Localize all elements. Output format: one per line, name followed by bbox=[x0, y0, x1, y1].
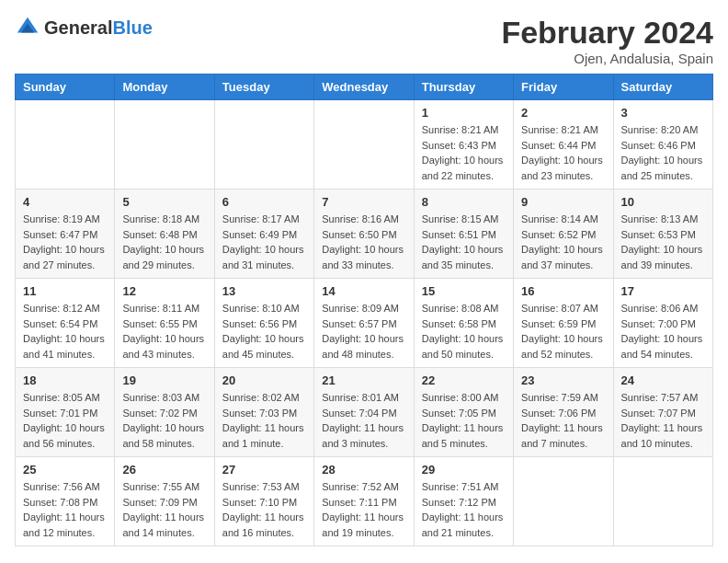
calendar-cell: 20Sunrise: 8:02 AMSunset: 7:03 PMDayligh… bbox=[214, 368, 313, 457]
day-number: 9 bbox=[521, 195, 605, 209]
day-info: Sunrise: 8:13 AMSunset: 6:53 PMDaylight:… bbox=[621, 212, 705, 272]
logo-general: General bbox=[44, 17, 112, 38]
calendar-cell bbox=[514, 457, 613, 546]
logo-text: GeneralBlue bbox=[44, 17, 153, 39]
calendar-week-row: 11Sunrise: 8:12 AMSunset: 6:54 PMDayligh… bbox=[16, 279, 713, 368]
day-number: 21 bbox=[322, 373, 405, 387]
day-number: 18 bbox=[23, 373, 107, 387]
calendar-table: SundayMondayTuesdayWednesdayThursdayFrid… bbox=[15, 74, 713, 546]
day-info: Sunrise: 8:21 AMSunset: 6:43 PMDaylight:… bbox=[422, 122, 506, 183]
day-info: Sunrise: 8:15 AMSunset: 6:51 PMDaylight:… bbox=[422, 212, 506, 272]
day-info: Sunrise: 8:16 AMSunset: 6:50 PMDaylight:… bbox=[322, 212, 405, 272]
day-number: 27 bbox=[222, 463, 306, 477]
day-info: Sunrise: 8:18 AMSunset: 6:48 PMDaylight:… bbox=[122, 212, 206, 272]
day-info: Sunrise: 8:10 AMSunset: 6:56 PMDaylight:… bbox=[222, 301, 306, 362]
day-info: Sunrise: 8:07 AMSunset: 6:59 PMDaylight:… bbox=[521, 301, 605, 362]
day-number: 4 bbox=[23, 195, 107, 209]
calendar-cell: 4Sunrise: 8:19 AMSunset: 6:47 PMDaylight… bbox=[16, 190, 115, 279]
calendar-cell: 24Sunrise: 7:57 AMSunset: 7:07 PMDayligh… bbox=[613, 368, 712, 457]
day-info: Sunrise: 7:51 AMSunset: 7:12 PMDaylight:… bbox=[422, 479, 506, 540]
day-info: Sunrise: 8:12 AMSunset: 6:54 PMDaylight:… bbox=[23, 301, 107, 362]
day-info: Sunrise: 8:14 AMSunset: 6:52 PMDaylight:… bbox=[521, 212, 605, 272]
day-number: 16 bbox=[521, 284, 605, 298]
calendar-cell: 7Sunrise: 8:16 AMSunset: 6:50 PMDaylight… bbox=[314, 190, 414, 279]
day-info: Sunrise: 8:00 AMSunset: 7:05 PMDaylight:… bbox=[422, 390, 506, 451]
calendar-cell bbox=[115, 100, 214, 190]
calendar-cell: 29Sunrise: 7:51 AMSunset: 7:12 PMDayligh… bbox=[414, 457, 513, 546]
calendar-cell: 19Sunrise: 8:03 AMSunset: 7:02 PMDayligh… bbox=[115, 368, 214, 457]
calendar-cell: 9Sunrise: 8:14 AMSunset: 6:52 PMDaylight… bbox=[514, 190, 613, 279]
day-number: 14 bbox=[322, 284, 405, 298]
day-info: Sunrise: 8:11 AMSunset: 6:55 PMDaylight:… bbox=[122, 301, 206, 362]
calendar-week-row: 4Sunrise: 8:19 AMSunset: 6:47 PMDaylight… bbox=[16, 190, 713, 279]
day-number: 23 bbox=[521, 373, 605, 387]
calendar-cell bbox=[314, 100, 414, 190]
calendar-cell: 21Sunrise: 8:01 AMSunset: 7:04 PMDayligh… bbox=[314, 368, 414, 457]
day-info: Sunrise: 8:03 AMSunset: 7:02 PMDaylight:… bbox=[122, 390, 206, 451]
day-number: 11 bbox=[23, 284, 107, 298]
calendar-week-row: 1Sunrise: 8:21 AMSunset: 6:43 PMDaylight… bbox=[16, 100, 713, 190]
calendar-cell bbox=[16, 100, 115, 190]
calendar-cell: 23Sunrise: 7:59 AMSunset: 7:06 PMDayligh… bbox=[514, 368, 613, 457]
day-number: 6 bbox=[222, 195, 306, 209]
day-info: Sunrise: 7:57 AMSunset: 7:07 PMDaylight:… bbox=[621, 390, 705, 451]
day-number: 7 bbox=[322, 195, 405, 209]
calendar-cell: 10Sunrise: 8:13 AMSunset: 6:53 PMDayligh… bbox=[613, 190, 712, 279]
day-number: 22 bbox=[422, 373, 506, 387]
day-info: Sunrise: 7:53 AMSunset: 7:10 PMDaylight:… bbox=[222, 479, 306, 540]
day-number: 17 bbox=[621, 284, 705, 298]
calendar-cell: 25Sunrise: 7:56 AMSunset: 7:08 PMDayligh… bbox=[16, 457, 115, 546]
title-block: February 2024 Ojen, Andalusia, Spain bbox=[501, 15, 713, 66]
calendar-cell: 13Sunrise: 8:10 AMSunset: 6:56 PMDayligh… bbox=[214, 279, 313, 368]
day-info: Sunrise: 8:01 AMSunset: 7:04 PMDaylight:… bbox=[322, 390, 405, 451]
day-number: 25 bbox=[23, 463, 107, 477]
day-number: 20 bbox=[222, 373, 306, 387]
calendar-header-row: SundayMondayTuesdayWednesdayThursdayFrid… bbox=[16, 75, 713, 100]
column-header-thursday: Thursday bbox=[414, 75, 513, 100]
calendar-cell: 22Sunrise: 8:00 AMSunset: 7:05 PMDayligh… bbox=[414, 368, 513, 457]
day-info: Sunrise: 7:56 AMSunset: 7:08 PMDaylight:… bbox=[23, 479, 107, 540]
calendar-week-row: 18Sunrise: 8:05 AMSunset: 7:01 PMDayligh… bbox=[16, 368, 713, 457]
day-info: Sunrise: 8:08 AMSunset: 6:58 PMDaylight:… bbox=[422, 301, 506, 362]
calendar-cell: 28Sunrise: 7:52 AMSunset: 7:11 PMDayligh… bbox=[314, 457, 414, 546]
day-number: 24 bbox=[621, 373, 705, 387]
calendar-cell bbox=[214, 100, 313, 190]
calendar-week-row: 25Sunrise: 7:56 AMSunset: 7:08 PMDayligh… bbox=[16, 457, 713, 546]
location-subtitle: Ojen, Andalusia, Spain bbox=[501, 51, 713, 66]
column-header-saturday: Saturday bbox=[613, 75, 712, 100]
day-info: Sunrise: 8:02 AMSunset: 7:03 PMDaylight:… bbox=[222, 390, 306, 451]
day-number: 2 bbox=[521, 106, 605, 120]
page-header: GeneralBlue February 2024 Ojen, Andalusi… bbox=[15, 15, 713, 66]
column-header-friday: Friday bbox=[514, 75, 613, 100]
calendar-cell: 8Sunrise: 8:15 AMSunset: 6:51 PMDaylight… bbox=[414, 190, 513, 279]
calendar-cell: 15Sunrise: 8:08 AMSunset: 6:58 PMDayligh… bbox=[414, 279, 513, 368]
day-number: 28 bbox=[322, 463, 405, 477]
calendar-cell: 6Sunrise: 8:17 AMSunset: 6:49 PMDaylight… bbox=[214, 190, 313, 279]
column-header-sunday: Sunday bbox=[16, 75, 115, 100]
column-header-monday: Monday bbox=[115, 75, 214, 100]
month-year-title: February 2024 bbox=[501, 15, 713, 51]
calendar-cell: 3Sunrise: 8:20 AMSunset: 6:46 PMDaylight… bbox=[613, 100, 712, 190]
day-number: 12 bbox=[122, 284, 206, 298]
day-number: 19 bbox=[122, 373, 206, 387]
day-info: Sunrise: 8:21 AMSunset: 6:44 PMDaylight:… bbox=[521, 122, 605, 183]
column-header-wednesday: Wednesday bbox=[314, 75, 414, 100]
day-number: 10 bbox=[621, 195, 705, 209]
day-number: 3 bbox=[621, 106, 705, 120]
day-number: 26 bbox=[122, 463, 206, 477]
day-number: 13 bbox=[222, 284, 306, 298]
day-number: 1 bbox=[422, 106, 506, 120]
day-number: 8 bbox=[422, 195, 506, 209]
day-info: Sunrise: 7:59 AMSunset: 7:06 PMDaylight:… bbox=[521, 390, 605, 451]
day-info: Sunrise: 7:55 AMSunset: 7:09 PMDaylight:… bbox=[122, 479, 206, 540]
calendar-cell: 17Sunrise: 8:06 AMSunset: 7:00 PMDayligh… bbox=[613, 279, 712, 368]
calendar-cell: 27Sunrise: 7:53 AMSunset: 7:10 PMDayligh… bbox=[214, 457, 313, 546]
day-number: 29 bbox=[422, 463, 506, 477]
calendar-cell: 12Sunrise: 8:11 AMSunset: 6:55 PMDayligh… bbox=[115, 279, 214, 368]
calendar-cell bbox=[613, 457, 712, 546]
day-info: Sunrise: 8:06 AMSunset: 7:00 PMDaylight:… bbox=[621, 301, 705, 362]
calendar-cell: 1Sunrise: 8:21 AMSunset: 6:43 PMDaylight… bbox=[414, 100, 513, 190]
column-header-tuesday: Tuesday bbox=[214, 75, 313, 100]
day-info: Sunrise: 8:20 AMSunset: 6:46 PMDaylight:… bbox=[621, 122, 705, 183]
day-number: 15 bbox=[422, 284, 506, 298]
